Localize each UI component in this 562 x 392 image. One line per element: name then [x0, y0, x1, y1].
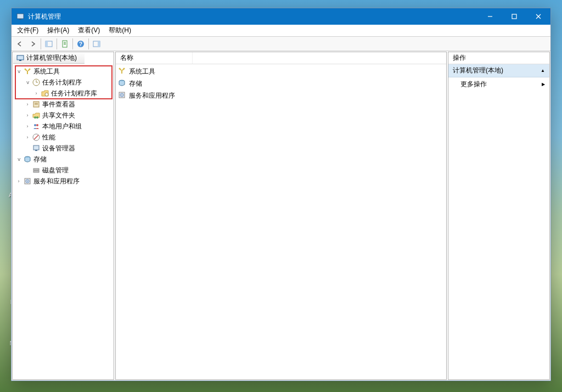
svg-rect-3	[512, 14, 516, 19]
svg-point-41	[119, 68, 121, 70]
tree-node-system-tools[interactable]: ⅴ 系统工具	[13, 66, 114, 77]
list-body: 系统工具 存储 服务和应用程序	[116, 64, 446, 379]
node-label: 事件查看器	[42, 100, 75, 109]
show-hide-tree-button[interactable]	[43, 38, 55, 50]
maximize-button[interactable]	[502, 8, 526, 25]
expander-icon[interactable]: ›	[24, 133, 31, 141]
list-header: 名称	[116, 52, 446, 64]
toolbar-separator	[41, 38, 41, 49]
services-icon	[23, 177, 32, 186]
computer-icon	[16, 54, 24, 62]
svg-point-18	[25, 69, 26, 70]
svg-point-46	[121, 94, 122, 96]
actions-more[interactable]: 更多操作 ▶	[448, 77, 549, 91]
performance-icon	[32, 133, 41, 142]
tree-node-device-manager[interactable]: › 设备管理器	[13, 143, 114, 154]
list-item-system-tools[interactable]: 系统工具	[116, 65, 446, 77]
tree-node-task-scheduler[interactable]: ⅴ 任务计划程序	[13, 77, 114, 88]
menu-view[interactable]: 查看(V)	[74, 25, 104, 36]
folder-clock-icon	[41, 89, 49, 98]
show-hide-action-pane-button[interactable]	[91, 38, 103, 50]
tree-node-performance[interactable]: › 性能	[13, 132, 114, 143]
svg-rect-37	[33, 171, 39, 172]
tree-node-disk-management[interactable]: › 磁盘管理	[13, 165, 114, 176]
actions-pane: 操作 计算机管理(本地) ▲ 更多操作 ▶	[448, 52, 550, 380]
tree-node-shared-folders[interactable]: › 共享文件夹	[13, 110, 114, 121]
node-label: 任务计划程序库	[51, 89, 97, 98]
tree-node-services-apps[interactable]: › 服务和应用程序	[13, 176, 114, 187]
titlebar[interactable]: 计算机管理	[12, 8, 550, 25]
actions-group-label: 计算机管理(本地)	[453, 66, 503, 75]
node-label: 共享文件夹	[42, 111, 75, 120]
node-label: 设备管理器	[42, 144, 75, 153]
tree-node-local-users[interactable]: › 本地用户和组	[13, 121, 114, 132]
menu-help[interactable]: 帮助(H)	[104, 25, 136, 36]
svg-rect-17	[19, 60, 21, 61]
tree-node-event-viewer[interactable]: › 事件查看器	[13, 99, 114, 110]
actions-header: 操作	[448, 52, 549, 64]
node-label: 任务计划程序	[42, 78, 82, 87]
back-button[interactable]	[14, 38, 26, 50]
tree-body: ⅴ 系统工具 ⅴ 任务计划程序 › 任务计划程序库	[13, 64, 114, 379]
tools-icon	[23, 67, 32, 76]
list-item-label: 存储	[129, 79, 142, 88]
expander-icon[interactable]: ⅴ	[15, 155, 23, 163]
svg-rect-8	[63, 41, 67, 47]
submenu-arrow-icon: ▶	[542, 82, 545, 87]
window-title: 计算机管理	[28, 12, 478, 21]
expander-icon[interactable]: ›	[24, 111, 31, 119]
svg-point-23	[45, 93, 48, 96]
list-item-label: 系统工具	[129, 67, 155, 76]
list-item-label: 服务和应用程序	[129, 91, 175, 100]
expander-icon[interactable]: ›	[15, 177, 23, 185]
collapse-up-icon[interactable]: ▲	[541, 68, 545, 73]
toolbar-separator	[57, 38, 57, 49]
column-name[interactable]: 名称	[116, 52, 193, 64]
list-item-storage[interactable]: 存储	[116, 77, 446, 89]
tools-icon	[118, 67, 127, 76]
svg-point-30	[36, 124, 38, 126]
node-label: 存储	[33, 155, 47, 164]
tree-root-header[interactable]: 计算机管理(本地)	[13, 53, 85, 64]
storage-icon	[118, 79, 127, 88]
tree-node-storage[interactable]: ⅴ 存储	[13, 154, 114, 165]
svg-rect-33	[33, 145, 39, 150]
node-label: 系统工具	[33, 67, 60, 76]
expander-icon[interactable]: ›	[24, 100, 31, 108]
svg-rect-15	[98, 41, 100, 47]
actions-group-title[interactable]: 计算机管理(本地) ▲	[448, 64, 549, 77]
toolbar-separator	[72, 38, 73, 49]
menu-file[interactable]: 文件(F)	[13, 25, 43, 36]
toolbar: ?	[12, 37, 550, 51]
services-icon	[118, 91, 127, 100]
svg-point-19	[29, 69, 31, 70]
event-icon	[32, 100, 41, 109]
menu-action[interactable]: 操作(A)	[43, 25, 74, 36]
menubar: 文件(F) 操作(A) 查看(V) 帮助(H)	[12, 25, 550, 37]
properties-button[interactable]	[59, 38, 71, 50]
node-label: 本地用户和组	[42, 122, 82, 131]
expander-icon[interactable]: ⅴ	[15, 68, 23, 75]
svg-point-40	[27, 181, 28, 182]
clock-icon	[32, 78, 41, 87]
tree-root-label: 计算机管理(本地)	[26, 53, 77, 63]
tree-node-task-scheduler-library[interactable]: › 任务计划程序库	[13, 88, 114, 99]
expander-icon[interactable]: ›	[24, 122, 31, 130]
svg-rect-34	[35, 150, 37, 151]
svg-point-27	[34, 116, 36, 119]
users-icon	[32, 122, 41, 131]
tree-pane: 计算机管理(本地) ⅴ 系统工具 ⅴ 任务计划程序	[12, 52, 114, 380]
expander-icon[interactable]: ›	[32, 89, 40, 97]
node-label: 磁盘管理	[42, 166, 69, 175]
svg-rect-36	[33, 169, 39, 170]
disk-icon	[32, 166, 41, 175]
list-item-services-apps[interactable]: 服务和应用程序	[116, 89, 446, 102]
svg-line-32	[34, 135, 38, 139]
help-button[interactable]: ?	[75, 38, 87, 50]
actions-more-label: 更多操作	[460, 80, 487, 89]
svg-point-28	[36, 116, 38, 119]
expander-icon[interactable]: ⅴ	[24, 79, 31, 86]
minimize-button[interactable]	[478, 8, 502, 25]
close-button[interactable]	[526, 8, 550, 25]
forward-button[interactable]	[27, 38, 39, 50]
